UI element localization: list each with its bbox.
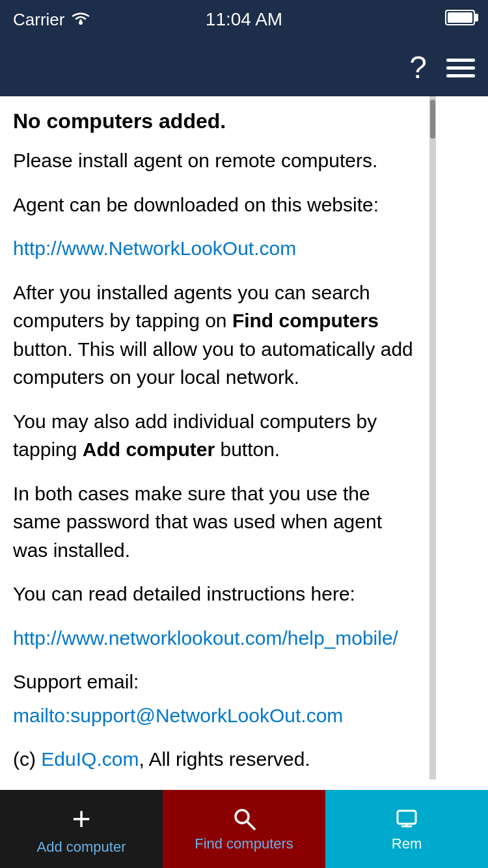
battery-indicator — [445, 10, 475, 30]
link-help[interactable]: http://www.networklookout.com/help_mobil… — [13, 624, 416, 653]
copyright-pre: (c) — [13, 748, 41, 770]
para-password: In both cases make sure that you use the… — [13, 480, 416, 565]
svg-rect-3 — [398, 811, 416, 824]
content-wrapper: No computers added. Please install agent… — [0, 96, 488, 780]
para-find-post: button. This will allow you to automatic… — [13, 338, 413, 388]
tab-remote[interactable]: Rem — [325, 790, 488, 868]
main-content: No computers added. Please install agent… — [0, 96, 429, 780]
wifi-icon — [71, 10, 90, 29]
status-time: 11:04 AM — [206, 9, 282, 30]
help-button[interactable]: ? — [409, 52, 427, 83]
link-main-site[interactable]: http://www.NetworkLookOut.com — [13, 234, 416, 263]
support-link[interactable]: mailto:support@NetworkLookOut.com — [13, 701, 416, 730]
tab-add-label: Add computer — [37, 839, 126, 856]
plus-icon: + — [72, 802, 90, 835]
main-site-anchor[interactable]: http://www.NetworkLookOut.com — [13, 237, 296, 259]
remote-icon — [394, 806, 420, 832]
help-link-anchor[interactable]: http://www.networklookout.com/help_mobil… — [13, 627, 398, 649]
tab-rem-label: Rem — [392, 835, 422, 852]
para-download: Agent can be downloaded on this website: — [13, 191, 416, 219]
para-instructions: You can read detailed instructions here: — [13, 580, 416, 608]
para-install: Please install agent on remote computers… — [13, 146, 416, 175]
support-section: Support email: mailto:support@NetworkLoo… — [13, 668, 416, 729]
menu-line-1 — [446, 59, 475, 62]
copyright-post: , All rights reserved. — [139, 748, 310, 770]
support-label: Support email: — [13, 668, 416, 696]
tab-find-computers[interactable]: Find computers — [163, 790, 325, 868]
tab-find-label: Find computers — [195, 835, 293, 852]
tab-add-computer[interactable]: + Add computer — [0, 790, 163, 868]
no-computers-title: No computers added. — [13, 109, 416, 133]
svg-point-0 — [79, 21, 83, 25]
tab-bar: + Add computer Find computers Rem — [0, 790, 488, 868]
nav-bar: ? — [0, 39, 488, 96]
copyright: (c) EduIQ.com, All rights reserved. — [13, 745, 416, 774]
menu-line-2 — [446, 66, 475, 70]
para-add: You may also add individual computers by… — [13, 407, 416, 464]
find-computers-bold: Find computers — [232, 310, 379, 331]
menu-line-3 — [446, 74, 475, 77]
para-find: After you installed agents you can searc… — [13, 278, 416, 392]
menu-button[interactable] — [446, 59, 475, 77]
carrier-label: Carrier — [13, 10, 64, 30]
support-email-anchor[interactable]: mailto:support@NetworkLookOut.com — [13, 705, 343, 726]
add-computer-bold: Add computer — [83, 439, 215, 460]
scrollbar[interactable] — [429, 96, 436, 780]
status-left: Carrier — [13, 10, 90, 30]
svg-line-2 — [247, 821, 254, 829]
status-bar: Carrier 11:04 AM — [0, 0, 488, 39]
search-icon — [231, 806, 257, 832]
brand-link[interactable]: EduIQ.com — [41, 748, 139, 770]
scrollbar-thumb[interactable] — [430, 100, 435, 139]
para-add-post: button. — [215, 439, 280, 460]
